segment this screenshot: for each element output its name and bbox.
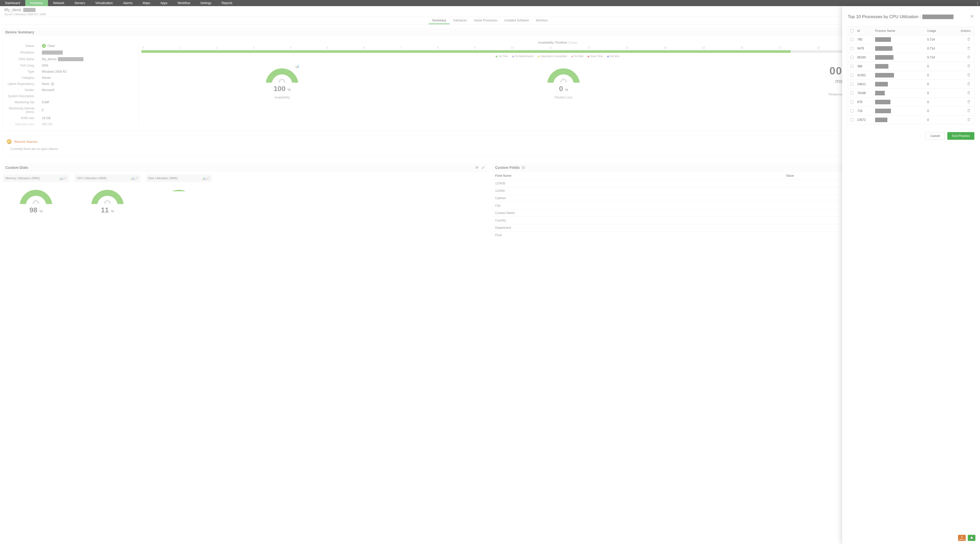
trash-icon[interactable] <box>967 109 970 113</box>
process-usage: 0.714 <box>926 44 956 53</box>
process-table-header: Id Process Name Usage Actions <box>848 27 974 35</box>
process-row: 235720 <box>848 115 974 124</box>
process-name-redacted <box>875 55 894 60</box>
process-name-redacted <box>875 109 891 113</box>
process-id: 716 <box>856 106 873 115</box>
trash-icon[interactable] <box>967 82 970 86</box>
process-row: 246120 <box>848 79 974 89</box>
row-checkbox[interactable] <box>850 74 853 77</box>
select-all-checkbox[interactable] <box>850 29 853 32</box>
chat-icon[interactable]: 💬 <box>968 535 975 541</box>
process-id: 66160 <box>856 53 873 62</box>
end-process-button[interactable]: End Process <box>947 132 974 140</box>
process-name-redacted <box>875 73 894 78</box>
row-checkbox[interactable] <box>850 109 853 113</box>
row-checkbox[interactable] <box>850 65 853 68</box>
alarm-count-badge[interactable]: 8Alarms <box>958 535 966 541</box>
process-row: 781960 <box>848 89 974 97</box>
process-usage: 0 <box>926 106 956 115</box>
process-row: 7160 <box>848 106 974 115</box>
process-name-redacted <box>875 82 888 86</box>
col-usage: Usage <box>926 27 956 35</box>
col-actions: Actions <box>956 27 974 35</box>
process-id: 9476 <box>856 44 873 53</box>
process-id: 780 <box>856 35 873 44</box>
process-row: 94760.714 <box>848 44 974 53</box>
trash-icon[interactable] <box>967 56 970 60</box>
process-id: 23572 <box>856 116 873 124</box>
process-usage: 0 <box>926 71 956 79</box>
process-usage: 0 <box>926 62 956 71</box>
trash-icon[interactable] <box>967 64 970 68</box>
trash-icon[interactable] <box>967 91 970 95</box>
trash-icon[interactable] <box>967 118 970 122</box>
process-row: 661600.714 <box>848 53 974 62</box>
process-row: 8760 <box>848 97 974 106</box>
process-id: 24612 <box>856 80 873 89</box>
cancel-button[interactable]: Cancel <box>926 132 945 140</box>
row-checkbox[interactable] <box>850 47 853 50</box>
row-checkbox[interactable] <box>850 92 853 95</box>
trash-icon[interactable] <box>967 46 970 51</box>
process-name-redacted <box>875 100 891 104</box>
modal-scrim[interactable] <box>0 0 980 544</box>
process-id: 41352 <box>856 71 873 79</box>
process-id: 876 <box>856 98 873 106</box>
process-row: 7805.714 <box>848 35 974 44</box>
process-usage: 0.714 <box>926 53 956 62</box>
process-name-redacted <box>875 37 891 42</box>
close-icon[interactable] <box>969 14 974 20</box>
process-usage: 0 <box>926 98 956 106</box>
row-checkbox[interactable] <box>850 56 853 59</box>
row-checkbox[interactable] <box>850 82 853 86</box>
process-usage: 0 <box>926 116 956 124</box>
process-name-redacted <box>875 46 892 51</box>
row-checkbox[interactable] <box>850 38 853 41</box>
trash-icon[interactable] <box>967 38 970 42</box>
process-usage: 0 <box>926 89 956 97</box>
process-id: 388 <box>856 62 873 71</box>
modal-title-redacted <box>922 14 953 19</box>
process-row: 413520 <box>848 71 974 79</box>
process-usage: 0 <box>926 80 956 89</box>
trash-icon[interactable] <box>967 73 970 78</box>
row-checkbox[interactable] <box>850 118 853 121</box>
trash-icon[interactable] <box>967 100 970 104</box>
row-checkbox[interactable] <box>850 100 853 103</box>
top-processes-modal: Top 10 Processes by CPU Utilization : Id… <box>842 6 980 544</box>
process-name-redacted <box>875 64 888 68</box>
col-id: Id <box>856 27 873 35</box>
process-row: 3880 <box>848 62 974 71</box>
col-name: Process Name <box>873 27 926 35</box>
process-name-redacted <box>875 91 885 95</box>
process-id: 78196 <box>856 89 873 97</box>
process-usage: 5.714 <box>926 35 956 44</box>
process-name-redacted <box>875 117 887 122</box>
modal-title: Top 10 Processes by CPU Utilization : <box>848 14 974 19</box>
